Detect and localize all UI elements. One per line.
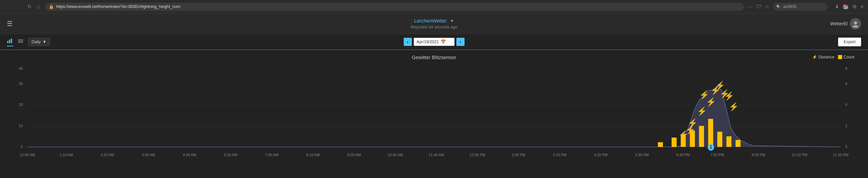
svg-text:1:10 AM: 1:10 AM: [60, 153, 73, 157]
bookmarks-icon[interactable]: 📚: [843, 4, 849, 10]
url-text: https://www.ecowitt.net/home/index?id=38…: [56, 4, 180, 9]
chart-legend: ⚡ Distance Count: [812, 55, 855, 60]
svg-text:4:20 PM: 4:20 PM: [594, 153, 608, 157]
period-label: Daily: [32, 39, 41, 44]
period-dropdown-icon: ▼: [42, 39, 46, 44]
svg-text:8:10 AM: 8:10 AM: [306, 153, 320, 157]
user-info: WetterEl: [830, 18, 861, 30]
chart-svg-wrapper: 0 10 20 30 40 0 2 4 6 8: [9, 63, 859, 170]
calendar-icon: 📅: [441, 39, 446, 44]
svg-text:⚡: ⚡: [724, 91, 734, 101]
window-controls: ⬇ 📚 ⚙ ≡: [835, 4, 864, 10]
avatar[interactable]: [850, 18, 861, 30]
svg-text:6:40 PM: 6:40 PM: [676, 153, 690, 157]
svg-text:0: 0: [845, 145, 847, 149]
svg-text:⚡: ⚡: [715, 81, 725, 91]
station-dropdown-icon[interactable]: ▼: [450, 19, 454, 23]
svg-text:10: 10: [19, 124, 23, 128]
station-info: LerchenWetter ▼ Reported 34 seconds ago: [410, 18, 457, 30]
svg-text:20: 20: [19, 102, 23, 107]
svg-text:9:00 PM: 9:00 PM: [751, 153, 765, 157]
browser-actions: ⋯ 🛡 ☆: [748, 4, 770, 10]
main-chart-svg: 0 10 20 30 40 0 2 4 6 8: [9, 63, 859, 170]
svg-rect-3: [9, 39, 10, 43]
svg-text:⚡: ⚡: [697, 107, 707, 116]
chart-title: Gewitter Blitzsensor: [9, 55, 859, 60]
svg-text:9:20 AM: 9:20 AM: [347, 153, 361, 157]
refresh-button[interactable]: ↻: [25, 3, 33, 11]
svg-rect-32: [736, 140, 741, 147]
svg-text:12:00 AM: 12:00 AM: [20, 153, 35, 157]
svg-text:40: 40: [19, 66, 23, 70]
svg-text:3:30 AM: 3:30 AM: [142, 153, 155, 157]
hamburger-button[interactable]: ☰: [7, 20, 12, 28]
svg-rect-30: [717, 131, 722, 147]
list-view-button[interactable]: [18, 38, 24, 46]
address-bar[interactable]: 🔒 https://www.ecowitt.net/home/index?id=…: [45, 3, 744, 11]
date-navigation: ‹ Apr/19/2021 📅 ›: [404, 38, 465, 46]
svg-text:11:20 PM: 11:20 PM: [833, 153, 848, 157]
svg-rect-6: [18, 41, 23, 41]
search-icon: 🔍: [776, 4, 781, 9]
svg-text:11:40 AM: 11:40 AM: [429, 153, 444, 157]
svg-text:4: 4: [845, 102, 847, 107]
extensions-icon[interactable]: ⋯: [748, 4, 753, 10]
settings-icon[interactable]: ⚙: [852, 4, 857, 10]
chart-view-button[interactable]: [7, 37, 13, 47]
svg-text:⚡: ⚡: [699, 90, 709, 100]
svg-text:0: 0: [21, 145, 23, 149]
svg-text:7:00 AM: 7:00 AM: [265, 153, 279, 157]
menu-icon[interactable]: ≡: [861, 4, 864, 10]
search-text: as3935: [783, 4, 797, 9]
nav-buttons: ← → ↻ ⌂: [4, 3, 41, 11]
count-legend-item: Count: [838, 55, 855, 60]
svg-text:5:50 AM: 5:50 AM: [224, 153, 237, 157]
date-field[interactable]: Apr/19/2021 📅: [414, 38, 455, 46]
export-button[interactable]: Export: [838, 37, 861, 47]
svg-text:4:40 AM: 4:40 AM: [183, 153, 196, 157]
svg-rect-31: [726, 137, 731, 147]
svg-text:⚡: ⚡: [728, 101, 739, 112]
distance-legend-label: Distance: [818, 55, 834, 60]
svg-rect-5: [18, 39, 23, 40]
browser-chrome: ← → ↻ ⌂ 🔒 https://www.ecowitt.net/home/i…: [0, 0, 868, 13]
period-selector[interactable]: Daily ▼: [28, 38, 50, 46]
svg-text:2: 2: [845, 124, 847, 128]
date-value: Apr/19/2021: [416, 39, 439, 44]
svg-rect-2: [7, 41, 8, 43]
svg-point-0: [854, 21, 857, 25]
station-name[interactable]: LerchenWetter: [414, 18, 447, 24]
shield-icon: 🛡: [756, 4, 761, 10]
reported-time: Reported 34 seconds ago: [410, 25, 457, 30]
forward-button[interactable]: →: [15, 3, 24, 11]
svg-rect-7: [18, 42, 23, 43]
download-icon[interactable]: ⬇: [835, 4, 839, 10]
svg-text:6: 6: [845, 82, 847, 86]
next-date-button[interactable]: ›: [456, 38, 465, 46]
user-name: WetterEl: [830, 21, 847, 26]
svg-text:2:00 PM: 2:00 PM: [512, 153, 525, 157]
svg-rect-29: [708, 119, 713, 147]
svg-point-1: [853, 25, 858, 28]
distance-legend-item: ⚡ Distance: [812, 55, 834, 60]
toolbar: Daily ▼ ‹ Apr/19/2021 📅 › Export: [0, 34, 868, 50]
home-button[interactable]: ⌂: [35, 3, 41, 11]
svg-rect-25: [672, 138, 677, 147]
list-icon: [18, 38, 24, 44]
count-legend-label: Count: [843, 55, 855, 60]
svg-text:3:10 PM: 3:10 PM: [553, 153, 566, 157]
star-icon[interactable]: ☆: [765, 4, 770, 10]
svg-text:30: 30: [19, 82, 23, 86]
svg-rect-24: [658, 142, 663, 147]
svg-text:8: 8: [845, 66, 847, 70]
search-bar[interactable]: 🔍 as3935: [773, 3, 828, 11]
svg-rect-4: [11, 39, 12, 43]
count-legend-color: [838, 55, 842, 59]
back-button[interactable]: ←: [4, 3, 13, 11]
svg-text:⚡: ⚡: [685, 125, 695, 135]
svg-text:10:30 AM: 10:30 AM: [388, 153, 403, 157]
svg-text:12:50 PM: 12:50 PM: [469, 153, 485, 157]
user-avatar-icon: [852, 20, 859, 28]
svg-text:2:20 AM: 2:20 AM: [101, 153, 114, 157]
prev-date-button[interactable]: ‹: [404, 38, 412, 46]
